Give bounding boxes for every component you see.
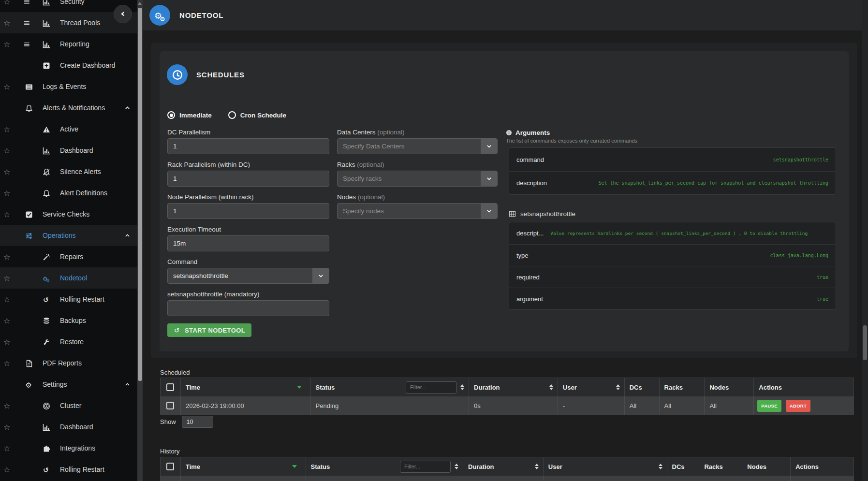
radio-cron-schedule[interactable]: Cron Schedule (228, 111, 286, 119)
abort-button[interactable]: ABORT (786, 400, 810, 412)
column-header-time[interactable]: Time (181, 457, 306, 476)
sort-icon[interactable] (455, 464, 458, 469)
sidebar-item-alerts-notifications[interactable]: Alerts & Notifications (0, 97, 137, 118)
favorite-star-icon[interactable]: ☆ (3, 274, 10, 283)
chevron-up-icon[interactable] (124, 103, 131, 112)
command-select[interactable]: setsnapshotthrottle (167, 268, 329, 284)
drag-handle-icon[interactable]: ≡ (23, 0, 30, 6)
column-header-status[interactable]: Status (306, 457, 464, 476)
column-header-nodes[interactable]: Nodes (705, 378, 754, 396)
chevron-down-icon[interactable] (481, 171, 497, 186)
column-header-actions[interactable]: Actions (754, 378, 853, 396)
favorite-star-icon[interactable]: ☆ (3, 359, 10, 368)
nodes-select[interactable]: Specify nodes (337, 203, 498, 219)
chevron-down-icon[interactable] (312, 268, 329, 283)
favorite-star-icon[interactable]: ☆ (3, 82, 10, 91)
favorite-star-icon[interactable]: ☆ (3, 189, 10, 198)
sidebar-item-cluster[interactable]: ☆Cluster (0, 395, 137, 416)
sort-icon[interactable] (549, 384, 553, 390)
select-all-checkbox[interactable] (161, 457, 181, 476)
drag-handle-icon[interactable]: ≡ (23, 18, 30, 28)
favorite-star-icon[interactable]: ☆ (3, 210, 10, 219)
pause-button[interactable]: PAUSE (757, 400, 781, 412)
sidebar-item-pdf-reports[interactable]: ☆PDF Reports (0, 352, 137, 374)
node-parallelism-input[interactable] (167, 203, 329, 219)
scroll-up-icon[interactable] (138, 2, 142, 5)
sidebar-item-dashboard[interactable]: ☆Dashboard (0, 140, 137, 161)
sort-desc-icon[interactable] (297, 386, 302, 389)
chevron-down-icon[interactable] (481, 204, 497, 219)
sidebar-item-active[interactable]: ☆Active (0, 118, 137, 140)
setsnapshotthrottle-input[interactable] (167, 300, 329, 316)
column-header-duration[interactable]: Duration (463, 457, 544, 476)
favorite-star-icon[interactable]: ☆ (3, 465, 10, 474)
favorite-star-icon[interactable]: ☆ (3, 316, 10, 325)
column-header-dcs[interactable]: DCs (667, 457, 700, 476)
sidebar-scrollbar-thumb[interactable] (138, 8, 142, 381)
column-header-racks[interactable]: Racks (660, 378, 705, 396)
column-header-user[interactable]: User (544, 457, 667, 476)
rack-parallelism-input[interactable] (167, 171, 329, 187)
sidebar-item-integrations[interactable]: ☆Integrations (0, 437, 137, 459)
select-all-checkbox[interactable] (161, 378, 181, 396)
racks-select[interactable]: Specify racks (337, 171, 498, 187)
favorite-star-icon[interactable]: ☆ (3, 295, 10, 304)
status-filter-input[interactable] (400, 461, 451, 473)
column-header-duration[interactable]: Duration (469, 378, 558, 396)
chevron-down-icon[interactable] (481, 139, 497, 154)
sidebar-collapse-button[interactable]: ‹ (114, 5, 132, 23)
favorite-star-icon[interactable]: ☆ (3, 337, 10, 347)
start-nodetool-button[interactable]: START NODETOOL (167, 323, 251, 337)
sort-icon[interactable] (659, 464, 662, 469)
sidebar-item-silence-alerts[interactable]: ☆Silence Alerts (0, 161, 137, 182)
chevron-up-icon[interactable] (124, 231, 131, 240)
column-header-racks[interactable]: Racks (699, 457, 742, 476)
favorite-star-icon[interactable]: ☆ (3, 167, 10, 176)
table-row[interactable] (161, 476, 853, 481)
favorite-star-icon[interactable]: ☆ (3, 401, 10, 410)
page-scrollbar-thumb[interactable] (863, 325, 867, 360)
column-header-status[interactable]: Status (311, 378, 470, 396)
favorite-star-icon[interactable]: ☆ (3, 146, 10, 155)
show-count-input[interactable] (182, 416, 213, 428)
sidebar-scrollbar[interactable] (137, 0, 143, 481)
favorite-star-icon[interactable]: ☆ (3, 18, 10, 28)
radio-immediate[interactable]: Immediate (167, 111, 212, 119)
column-header-actions[interactable]: Actions (791, 457, 853, 476)
execution-timeout-input[interactable] (167, 235, 329, 251)
sidebar-item-reporting[interactable]: ☆≡Reporting (0, 33, 137, 55)
sort-icon[interactable] (535, 464, 539, 469)
favorite-star-icon[interactable]: ☆ (3, 423, 10, 432)
favorite-star-icon[interactable]: ☆ (3, 125, 10, 134)
sidebar-item-repairs[interactable]: ☆Repairs (0, 246, 137, 267)
sort-icon[interactable] (616, 384, 620, 390)
sidebar-item-nodetool[interactable]: ☆Nodetool (0, 267, 137, 289)
favorite-star-icon[interactable]: ☆ (3, 252, 10, 262)
favorite-star-icon[interactable]: ☆ (3, 40, 10, 49)
column-header-user[interactable]: User (558, 378, 625, 396)
dc-parallelism-input[interactable] (167, 138, 329, 154)
sidebar-item-dashboard[interactable]: ☆Dashboard (0, 416, 137, 437)
sort-desc-icon[interactable] (292, 465, 297, 468)
sidebar-item-service-checks[interactable]: ☆Service Checks (0, 204, 137, 225)
column-header-dcs[interactable]: DCs (625, 378, 660, 396)
sidebar-item-backups[interactable]: ☆Backups (0, 310, 137, 331)
favorite-star-icon[interactable]: ☆ (3, 0, 10, 6)
sidebar-item-create-dashboard[interactable]: Create Dashboard (0, 55, 137, 76)
row-checkbox[interactable] (161, 476, 181, 481)
sidebar-item-operations[interactable]: Operations (0, 225, 137, 246)
sidebar-item-rolling-restart[interactable]: ☆Rolling Restart (0, 459, 137, 480)
chevron-up-icon[interactable] (124, 380, 131, 389)
sidebar-item-alert-definitions[interactable]: ☆Alert Definitions (0, 182, 137, 204)
status-filter-input[interactable] (406, 381, 456, 394)
sort-icon[interactable] (460, 384, 464, 390)
sidebar-item-restore[interactable]: ☆Restore (0, 331, 137, 352)
drag-handle-icon[interactable]: ≡ (23, 39, 30, 49)
table-row[interactable]: 2026-02-23 19:00:00Pending0s-AllAllAllPA… (161, 396, 853, 415)
column-header-time[interactable]: Time (181, 378, 311, 396)
row-checkbox[interactable] (161, 396, 181, 415)
data-centers-select[interactable]: Specify Data Centers (337, 138, 498, 154)
sidebar-item-settings[interactable]: Settings (0, 374, 137, 395)
favorite-star-icon[interactable]: ☆ (3, 444, 10, 453)
page-scrollbar[interactable] (862, 0, 868, 481)
